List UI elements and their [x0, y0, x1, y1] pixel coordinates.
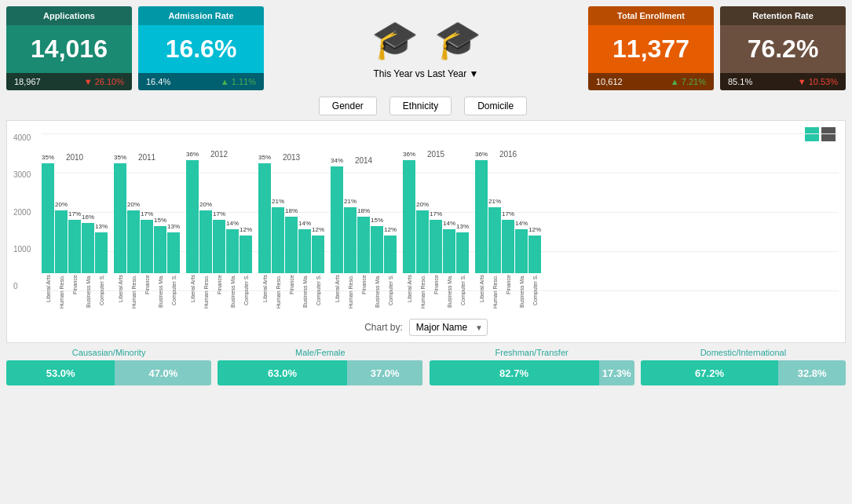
bar-col: 17%Finance — [141, 220, 153, 316]
bar-pct-label: 12% — [312, 226, 324, 233]
bar-name-label: Liberal Arts — [407, 275, 412, 316]
bar-col: 12%Computer S. — [384, 236, 397, 316]
bar-pct-label: 15% — [371, 217, 383, 224]
bar-pct-label: 17% — [430, 210, 442, 217]
compare-label: This Year vs Last Year — [374, 68, 467, 79]
comparison-center: 🎓 🎓 This Year vs Last Year ▼ — [270, 6, 582, 90]
ethnicity-filter-btn[interactable]: Ethnicity — [389, 97, 452, 115]
bar-col: 17%Finance — [68, 220, 81, 316]
bar-rect — [475, 160, 488, 273]
stat-label: Male/Female — [218, 348, 422, 357]
bar-pct-label: 13% — [167, 223, 180, 230]
bar-pct-label: 14% — [515, 220, 528, 227]
bar-pct-label: 20% — [127, 201, 140, 208]
admission-kpi: Admission Rate 16.6% 16.4% ▲ 1.11% — [138, 6, 264, 90]
bar-col: 12%Computer S. — [240, 236, 252, 316]
bars-row: 36%Liberal Arts21%Human Reso.17%Finance1… — [475, 160, 541, 316]
bars-row: 35%Liberal Arts20%Human Reso.17%Finance1… — [114, 163, 180, 316]
bar-rect — [258, 163, 271, 273]
bar-name-label: Human Reso. — [348, 275, 353, 316]
grad-icon-2: 🎓 — [434, 18, 481, 62]
admission-header: Admission Rate — [138, 6, 264, 25]
bar-rect — [515, 229, 528, 273]
stat-bar-right: 17.3% — [599, 360, 634, 385]
bar-col: 20%Human Reso. — [199, 210, 212, 316]
bar-rect — [430, 220, 442, 273]
bar-rect — [240, 236, 252, 273]
applications-kpi: Applications 14,016 18,967 ▼ 26.10% — [6, 6, 132, 90]
bar-col: 21%Human Reso. — [272, 207, 284, 316]
grad-icon-1: 🎓 — [371, 18, 419, 62]
bar-name-label: Liberal Arts — [190, 275, 196, 316]
bar-rect — [82, 223, 94, 273]
stat-bars: 82.7%17.3% — [430, 360, 634, 385]
bar-pct-label: 34% — [331, 157, 343, 164]
chart-controls: Chart by: Major Name — [13, 319, 839, 336]
stat-bar-left: 82.7% — [430, 360, 599, 385]
bar-rect — [167, 232, 180, 273]
bar-name-label: Computer S. — [243, 275, 249, 316]
bar-rect — [42, 163, 54, 273]
bar-pct-label: 12% — [240, 226, 252, 233]
bar-name-label: Computer S. — [316, 275, 321, 316]
bar-col: 14%Business Ma. — [226, 229, 239, 316]
bar-rect — [272, 207, 284, 273]
bar-name-label: Liberal Arts — [118, 275, 123, 316]
bar-rect — [371, 226, 383, 273]
enrollment-kpi: Total Enrollment 11,377 10,612 ▲ 7.21% — [588, 6, 714, 90]
stat-label: Domestic/International — [641, 348, 846, 357]
bar-rect — [199, 210, 212, 273]
bar-col: 35%Liberal Arts — [42, 163, 54, 316]
bar-col: 20%Human Reso. — [55, 210, 68, 316]
retention-header: Retention Rate — [720, 6, 846, 25]
bar-pct-label: 36% — [475, 151, 488, 158]
bottom-stats-row: Causasian/Minority53.0%47.0%Male/Female6… — [6, 348, 846, 385]
admission-prev: 16.4% — [146, 77, 170, 86]
retention-kpi: Retention Rate 76.2% 85.1% ▼ 10.53% — [720, 6, 846, 90]
bar-col: 18%Finance — [285, 217, 298, 316]
year-group: 201536%Liberal Arts20%Human Reso.17%Fina… — [403, 150, 469, 316]
bar-name-label: Business Ma. — [86, 275, 91, 316]
bar-pct-label: 20% — [55, 201, 68, 208]
retention-footer: 85.1% ▼ 10.53% — [720, 73, 846, 90]
admission-footer: 16.4% ▲ 1.11% — [138, 73, 264, 90]
chart-by-select[interactable]: Major Name — [409, 319, 488, 336]
stat-bar-right: 32.8% — [778, 360, 846, 385]
gender-filter-btn[interactable]: Gender — [319, 97, 377, 115]
bar-name-label: Finance — [144, 275, 150, 316]
year-group: 201035%Liberal Arts20%Human Reso.17%Fina… — [42, 153, 108, 316]
chart-by-label: Chart by: — [364, 322, 403, 333]
year-label: 2015 — [427, 150, 444, 159]
bar-name-label: Finance — [217, 275, 222, 316]
year-group: 201335%Liberal Arts21%Human Reso.18%Fina… — [258, 153, 324, 316]
bar-pct-label: 17% — [213, 210, 225, 217]
y-label: 4000 — [13, 133, 31, 142]
stat-bar-left: 67.2% — [641, 360, 779, 385]
bar-name-label: Liberal Arts — [46, 275, 51, 316]
applications-footer: 18,967 ▼ 26.10% — [6, 73, 132, 90]
bar-col: 20%Human Reso. — [416, 210, 429, 316]
bars-row: 34%Liberal Arts21%Human Reso.18%Finance1… — [331, 166, 397, 316]
bar-rect — [488, 207, 501, 273]
bars-row: 35%Liberal Arts20%Human Reso.17%Finance1… — [42, 163, 108, 316]
applications-value: 14,016 — [6, 25, 132, 73]
bar-name-label: Liberal Arts — [335, 275, 340, 316]
bar-col: 36%Liberal Arts — [403, 160, 415, 316]
bar-name-label: Liberal Arts — [479, 275, 485, 316]
bar-pct-label: 36% — [403, 151, 415, 158]
bar-pct-label: 17% — [141, 210, 153, 217]
bar-col: 20%Human Reso. — [127, 210, 140, 316]
bar-pct-label: 35% — [42, 154, 54, 161]
bar-pct-label: 12% — [384, 226, 397, 233]
bar-name-label: Computer S. — [171, 275, 177, 316]
bar-col: 21%Human Reso. — [344, 207, 357, 316]
chart-by-select-wrapper[interactable]: Major Name — [409, 319, 488, 336]
bar-name-label: Computer S. — [532, 275, 538, 316]
bar-pct-label: 20% — [416, 201, 429, 208]
bar-col: 17%Finance — [502, 220, 514, 316]
domicile-filter-btn[interactable]: Domicile — [464, 97, 527, 115]
bar-pct-label: 35% — [114, 154, 126, 161]
stat-label: Causasian/Minority — [6, 348, 211, 357]
stat-card: Causasian/Minority53.0%47.0% — [6, 348, 211, 385]
bar-rect — [68, 220, 81, 273]
